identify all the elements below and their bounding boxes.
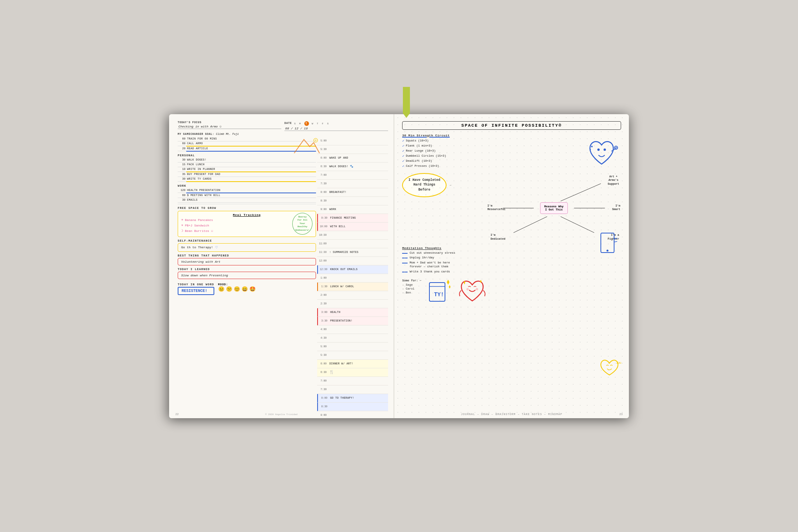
task-row: 30Walk Doges! [178,158,316,163]
time-row-630b: 6:30 🍴 [317,368,388,377]
meal-item-3: ☽ Bean Burritos ☺ [181,229,312,233]
task-row: 15Pack Lunch [178,162,316,167]
emoji-4: 😄 [242,286,248,292]
task-row: 30Write TY Cards [178,177,316,182]
header-row: TODAY'S FOCUS Checking in with Armo ☺ DA… [178,121,388,131]
learned-box: Slow down when Presenting [178,272,316,279]
day-circle-w: T [304,121,309,126]
rp-top-section: 30 Min Strength Circuit ✓Squats (10×3) ✓… [402,134,621,171]
date-box: DATE S M T W T F S 08 / 12 / 19 [284,121,388,131]
one-word-box: RESISTENCE! [178,287,214,295]
exercise-item: ✓Rear Lunge (10×3) [402,149,576,153]
time-row-1130: 11:30 ↑ Summarize Notes [317,248,388,257]
task-row: 10Write in Planner [178,167,316,172]
svg-point-3 [597,148,600,151]
one-word-value: RESISTENCE! [182,289,207,293]
date-label: DATE [284,122,292,125]
gamechanger-label: MY GAMECHANGER GOAL: [178,133,214,136]
ty-person-1: - Sage [402,283,422,286]
mind-node-left: I'mResourceful [487,204,505,212]
one-word-row: TODAY IN ONE WORD RESISTENCE! MOOD: 😐 😕 … [178,281,316,295]
gamechanger-row: MY GAMECHANGER GOAL: Climb Mt. Fuji [178,133,388,136]
dash-icon [402,253,408,254]
time-row: 7:30 [317,180,388,188]
checkmark-icon: ✓ [402,159,404,163]
task-row: 120Health Presentation [178,188,316,193]
thank-you-section: Some for: ← - Sage - Carol - Ben [402,279,422,295]
ty-person-3: - Ben [402,291,422,294]
date-value: 08 / 12 / 19 [284,126,388,131]
svg-line-13 [514,216,547,232]
right-page: SPACE OF INFINITE POSSIBILITY® 30 Min St… [394,114,629,418]
checkmark-icon: ✓ [402,154,404,158]
time-row: 5:30 [317,145,388,154]
mindmap-area: I Have CompletedHard ThingsBefore → Reas… [402,173,621,243]
page-number-left: 22 [175,413,178,416]
time-row: 5:30 [317,351,388,360]
dash-icon [402,258,408,258]
task-row: 60$ Meeting with Bill [178,193,316,198]
svg-point-8 [591,146,593,147]
page-number-right: 23 [620,413,623,416]
meditation-item: Unplug 1hr/day [402,256,621,260]
time-row-1200: 12:00 [317,257,388,265]
dash-icon [402,263,408,263]
time-row: 4:30 [317,334,388,343]
phone-deco [598,231,617,256]
bottom-label: JOURNAL – DRAW – BRAINSTORM – TAKE NOTES… [461,413,562,416]
learned-value: Slow down when Presenting [181,274,228,277]
time-row: 7:00 [317,171,388,180]
time-rows: 5:00 5:30 6:00 Wake Up and 6:30 [317,137,388,418]
phone-svg [598,231,617,255]
checkmark-icon: ✓ [402,149,404,153]
meditation-item: Write 3 thank you cards [402,270,621,274]
meditation-section: Meditation Thoughts Cut out unnecessary … [402,246,621,274]
work-tasks-table: 120Health Presentation 60$ Meeting with … [178,188,316,204]
meal-text: Bean Burritos ☺ [185,229,213,233]
time-row-300: 3:00 Health [317,308,388,317]
day-letters: S M T W T F S [294,121,330,126]
bookmark-ribbon [403,87,410,118]
time-row-900: 9:00 Work [317,205,388,214]
exercise-section: 30 Min Strength Circuit ✓Squats (10×3) ✓… [402,134,576,171]
time-row-930: 9:30 Finance Meeting [317,214,388,223]
time-row: 5:00 [317,343,388,351]
mood-label: MOOD: [218,283,256,286]
time-row: 1:00 [317,274,388,283]
task-row: 30Emails [178,198,316,202]
book-heart-svg: TY! [425,277,453,304]
time-row: 2:30 [317,300,388,308]
svg-line-14 [561,216,594,232]
one-word-label: TODAY IN ONE WORD [178,283,214,286]
focus-value: Checking in with Armo ☺ [178,124,281,129]
affirmation-oval: I Have CompletedHard ThingsBefore [402,173,447,197]
affirmation-row: I Have CompletedHard ThingsBefore → [402,173,483,197]
red-heart-deco [457,277,488,306]
hooray-box: HoorayFor AllYourHealthyEndeavors! [292,213,312,235]
task-row: 35Buy Present for Dad [178,172,316,177]
svg-point-21 [476,288,478,290]
thank-you-row: Some for: ← - Sage - Carol - Ben TY! [402,277,621,306]
exercise-list: ✓Squats (10×3) ✓Plank (1 min×3) ✓Rear Lu… [402,139,576,168]
time-row-600: 6:00 Wake Up and [317,154,388,163]
self-box: Go th to Therapy! ♡ [178,243,316,252]
left-page: TODAY'S FOCUS Checking in with Armo ☺ DA… [169,114,394,418]
sleeping-heart-deco: Zzz [598,358,621,379]
time-row-1230: 12:30 Knock out Emails [317,265,388,274]
personal-tasks-table: 30Walk Doges! 15Pack Lunch 10Write in Pl… [178,158,316,182]
mind-center: Reasons WhyI Got This [540,202,568,214]
svg-point-4 [604,148,606,151]
time-row: 9:00 [317,411,388,418]
heart-icon: ♡ [215,245,218,250]
checkmark-icon: ✓ [402,144,404,148]
heart-character-svg [584,135,619,170]
time-row: 5:00 [317,137,388,145]
exercise-item: ✓Plank (1 min×3) [402,144,576,148]
time-row-630: 6:30 Walk Doges! 🐾 [317,163,388,171]
svg-marker-18 [447,280,449,285]
svg-text:TY!: TY! [434,292,444,298]
meal-text: Banana Pancakes [185,218,213,222]
time-row: 8:30 [317,197,388,205]
time-row: 7:00 [317,377,388,385]
focus-label: TODAY'S FOCUS [178,121,281,124]
